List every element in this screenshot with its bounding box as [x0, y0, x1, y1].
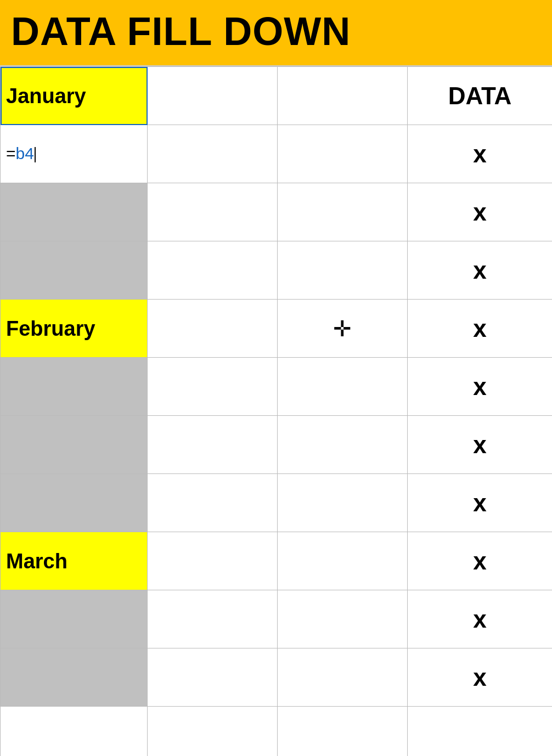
january-label: January: [6, 86, 86, 106]
cell-r12-c4[interactable]: [408, 707, 552, 756]
cell-r11-c2[interactable]: [148, 648, 278, 707]
march-label: March: [6, 551, 67, 572]
cell-r9-c2[interactable]: [148, 532, 278, 590]
formula-ref: b4: [16, 144, 34, 162]
data-header: DATA: [413, 82, 547, 110]
cell-r3-c2[interactable]: [148, 183, 278, 241]
cell-r7-c1[interactable]: [1, 416, 148, 474]
cell-r8-c3[interactable]: [278, 474, 408, 532]
x-r5-c4: x: [413, 315, 547, 342]
cell-r11-c4[interactable]: x: [408, 648, 552, 707]
cell-r4-c1[interactable]: [1, 241, 148, 300]
page-title: DATA FILL DOWN: [11, 10, 541, 53]
cell-r6-c4[interactable]: x: [408, 358, 552, 416]
cell-r9-c3[interactable]: [278, 532, 408, 590]
cell-r2-c3[interactable]: [278, 125, 408, 183]
cell-r1-c4[interactable]: DATA: [408, 67, 552, 125]
cell-r12-c2[interactable]: [148, 707, 278, 756]
cell-r4-c2[interactable]: [148, 241, 278, 300]
move-cursor-icon: ✛: [333, 316, 352, 341]
cell-r12-c1[interactable]: [1, 707, 148, 756]
cell-r5-c2[interactable]: [148, 300, 278, 358]
cell-r8-c4[interactable]: x: [408, 474, 552, 532]
cell-r1-c3[interactable]: [278, 67, 408, 125]
cursor-bar: [35, 147, 36, 162]
cell-r11-c3[interactable]: [278, 648, 408, 707]
cell-r6-c3[interactable]: [278, 358, 408, 416]
x-r7-c4: x: [413, 431, 547, 459]
february-label: February: [6, 318, 95, 339]
cell-r3-c4[interactable]: x: [408, 183, 552, 241]
title-banner: DATA FILL DOWN: [0, 0, 552, 66]
cell-r10-c2[interactable]: [148, 590, 278, 648]
cell-r4-c4[interactable]: x: [408, 241, 552, 300]
cell-r10-c1[interactable]: [1, 590, 148, 648]
cell-r5-c1[interactable]: February: [1, 300, 148, 358]
cell-r10-c4[interactable]: x: [408, 590, 552, 648]
cell-r7-c2[interactable]: [148, 416, 278, 474]
cell-r9-c1[interactable]: March: [1, 532, 148, 590]
spreadsheet-grid: January DATA =b4 x x x: [0, 66, 552, 756]
x-r8-c4: x: [413, 489, 547, 517]
x-r2-c4: x: [413, 140, 547, 168]
cell-r6-c2[interactable]: [148, 358, 278, 416]
cell-r3-c1[interactable]: [1, 183, 148, 241]
cell-r3-c3[interactable]: [278, 183, 408, 241]
cell-r6-c1[interactable]: [1, 358, 148, 416]
x-r6-c4: x: [413, 373, 547, 400]
x-r10-c4: x: [413, 606, 547, 633]
cell-r10-c3[interactable]: [278, 590, 408, 648]
cell-r1-c1[interactable]: January: [1, 67, 148, 125]
x-r9-c4: x: [413, 548, 547, 575]
spreadsheet: DATA FILL DOWN January DATA =b4 x x: [0, 0, 552, 756]
cell-r2-c2[interactable]: [148, 125, 278, 183]
cell-r9-c4[interactable]: x: [408, 532, 552, 590]
x-r11-c4: x: [413, 664, 547, 691]
cell-r4-c3[interactable]: [278, 241, 408, 300]
cell-r2-c4[interactable]: x: [408, 125, 552, 183]
cell-r2-c1[interactable]: =b4: [1, 125, 148, 183]
cell-r1-c2[interactable]: [148, 67, 278, 125]
cell-r11-c1[interactable]: [1, 648, 148, 707]
x-r3-c4: x: [413, 199, 547, 226]
cell-r8-c2[interactable]: [148, 474, 278, 532]
cell-r5-c3[interactable]: ✛: [278, 300, 408, 358]
cell-r5-c4[interactable]: x: [408, 300, 552, 358]
x-r4-c4: x: [413, 257, 547, 284]
formula-equals: =: [6, 144, 16, 162]
cell-r12-c3[interactable]: [278, 707, 408, 756]
formula-cell: =b4: [6, 145, 36, 162]
cell-r7-c3[interactable]: [278, 416, 408, 474]
cell-r8-c1[interactable]: [1, 474, 148, 532]
cell-r7-c4[interactable]: x: [408, 416, 552, 474]
